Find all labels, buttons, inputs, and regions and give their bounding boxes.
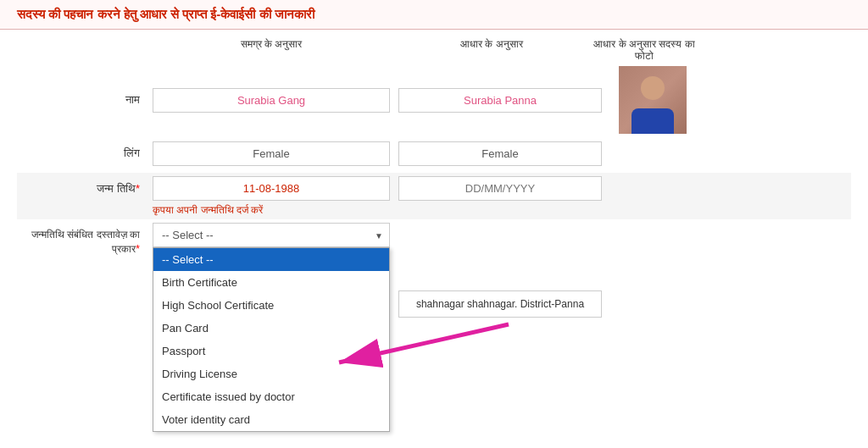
name-label: नाम — [17, 93, 153, 107]
dropdown-item-highschool[interactable]: High School Certificate — [153, 294, 389, 317]
aadhaar-name-value: Surabia Panna — [398, 88, 602, 113]
dropdown-item-driving[interactable]: Driving License — [153, 362, 389, 385]
address-value: shahnagar shahnagar. District-Panna — [398, 290, 602, 318]
column-headers: समग्र के अनुसार आधार के अनुसार आधार के अ… — [153, 38, 851, 62]
address-field-container: shahnagar shahnagar. District-Panna — [398, 290, 602, 318]
photo-container — [619, 66, 687, 134]
doc-type-row: जन्मतिथि संबंधित दस्तावेज़ का प्रकार* --… — [17, 223, 851, 318]
page-wrapper: सदस्य की पहचान करने हेतु आधार से प्राप्त… — [0, 0, 868, 448]
dropdown-item-doctor[interactable]: Certificate issued by doctor — [153, 385, 389, 408]
aadhaar-dob-input[interactable] — [398, 176, 602, 201]
dropdown-item-select[interactable]: -- Select -- — [153, 248, 389, 271]
dropdown-overlay: -- Select -- Birth Certificate High Scho… — [153, 247, 390, 432]
gender-row: लिंग Female Female — [17, 137, 851, 169]
doc-type-select[interactable]: -- Select -- Birth Certificate High Scho… — [153, 223, 390, 247]
dropdown-item-passport[interactable]: Passport — [153, 340, 389, 362]
gender-label: लिंग — [17, 147, 153, 160]
dropdown-item-pan[interactable]: Pan Card — [153, 317, 389, 340]
header-bar: सदस्य की पहचान करने हेतु आधार से प्राप्त… — [0, 0, 868, 30]
doc-type-label: जन्मतिथि संबंधित दस्तावेज़ का प्रकार* — [17, 223, 153, 257]
col-photo-header: आधार के अनुसार सदस्य का फोटो — [593, 38, 695, 62]
samagra-dob-field: 11-08-1988 — [153, 176, 390, 201]
aadhaar-dob-field — [398, 176, 602, 201]
samagra-name-field: Surabia Gang — [153, 88, 390, 113]
photo-head — [641, 76, 665, 100]
photo-body — [632, 108, 674, 134]
samagra-gender-field: Female — [153, 141, 390, 166]
name-row: नाम Surabia Gang Surabia Panna — [17, 66, 851, 134]
dropdown-item-birth[interactable]: Birth Certificate — [153, 271, 389, 294]
dob-row: जन्म तिथि* 11-08-1988 कृपया अपनी जन्मतिथ… — [17, 173, 851, 219]
aadhaar-name-field: Surabia Panna — [398, 88, 602, 113]
main-content: समग्र के अनुसार आधार के अनुसार आधार के अ… — [0, 30, 868, 448]
samagra-dob-value: 11-08-1988 — [153, 176, 390, 201]
aadhaar-gender-value: Female — [398, 141, 602, 166]
doc-type-select-container[interactable]: -- Select -- Birth Certificate High Scho… — [153, 223, 390, 247]
dob-label: जन्म तिथि* — [17, 182, 153, 196]
samagra-gender-value: Female — [153, 141, 390, 166]
samagra-name-value: Surabia Gang — [153, 88, 390, 113]
aadhaar-gender-field: Female — [398, 141, 602, 166]
dob-error-text: कृपया अपनी जन्मतिथि दर्ज करें — [153, 204, 263, 216]
member-photo — [619, 66, 687, 134]
col-samagra-header: समग्र के अनुसार — [153, 38, 390, 62]
dropdown-item-voter[interactable]: Voter identity card — [153, 408, 389, 431]
col-aadhaar-header: आधार के अनुसार — [390, 38, 593, 62]
page-title: सदस्य की पहचान करने हेतु आधार से प्राप्त… — [17, 7, 314, 21]
